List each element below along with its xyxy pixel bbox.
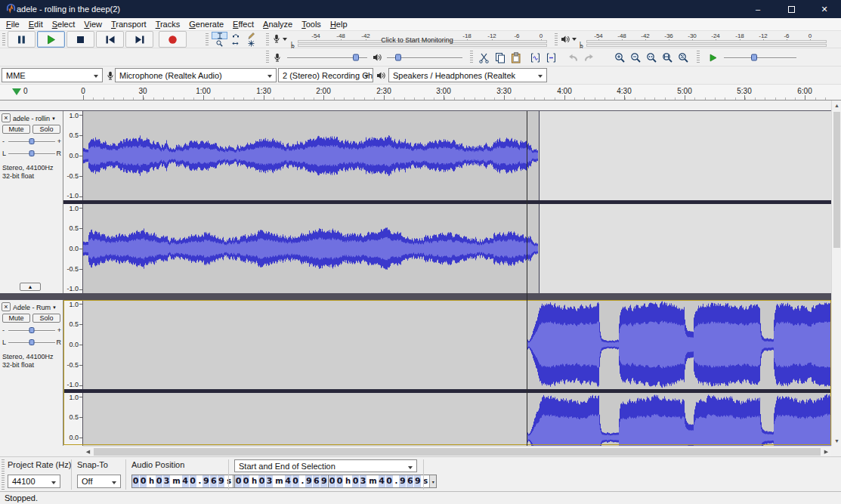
play-button[interactable] [37, 31, 65, 48]
pause-button[interactable] [8, 31, 36, 48]
selection-end-field[interactable]: 00h03m40.969s▾ [328, 475, 437, 488]
track1-title-menu[interactable]: adele - rollin ▼ [13, 114, 61, 123]
track2-gain-thumb[interactable] [29, 327, 35, 333]
track1-waveform-right[interactable] [83, 204, 538, 293]
selection-tool-button[interactable] [212, 32, 227, 39]
track2-waveform-lane[interactable] [83, 300, 831, 446]
menu-edit[interactable]: Edit [24, 19, 48, 29]
scroll-up-arrow[interactable]: ▲ [832, 100, 841, 110]
zoom-out-button[interactable] [628, 50, 643, 65]
track1-clip-left-channel[interactable] [83, 111, 540, 200]
undo-button[interactable] [565, 50, 580, 65]
vertical-scrollbar[interactable]: ▲ ▼ [831, 100, 841, 446]
track2-close-button[interactable]: × [2, 302, 11, 311]
playback-meter[interactable]: L R -54 -48 -42 -36 -30 -24 -18 -12 -6 0 [579, 32, 831, 48]
selection-start-field[interactable]: 00h03m40.969s▾ [234, 475, 343, 488]
menu-effect[interactable]: Effect [228, 19, 258, 29]
track2-mute-button[interactable]: Mute [2, 314, 30, 323]
timeline-ruler[interactable]: 0 0 30 1:00 1:30 2:00 2:30 3:00 3:30 4:0… [0, 85, 841, 100]
transport-toolbar-grip[interactable] [2, 33, 5, 46]
edit-toolbar-grip[interactable] [470, 51, 473, 64]
redo-button[interactable] [581, 50, 596, 65]
play-speed-slider[interactable] [724, 51, 796, 63]
recording-channels-select[interactable]: 2 (Stereo) Recording Cha [278, 68, 373, 82]
track2-pan-thumb[interactable] [29, 339, 35, 345]
audio-host-select[interactable]: MME [2, 68, 103, 82]
minimize-button[interactable]: – [741, 0, 775, 18]
scroll-left-arrow[interactable]: ◀ [83, 447, 93, 457]
draw-tool-button[interactable] [243, 32, 259, 39]
menu-tools[interactable]: Tools [297, 19, 326, 29]
paste-button[interactable] [508, 50, 523, 65]
track1-mute-button[interactable]: Mute [2, 125, 30, 134]
audio-position-field[interactable]: 00h03m40.969s▾ [131, 475, 240, 488]
track1-gain-thumb[interactable] [29, 138, 35, 144]
time-shift-tool-button[interactable] [227, 39, 243, 47]
track1-clip-right-channel[interactable] [83, 204, 540, 293]
vertical-scrollbar-thumb[interactable] [833, 112, 840, 248]
track2-solo-button[interactable]: Solo [32, 314, 60, 323]
scroll-down-arrow[interactable]: ▼ [832, 436, 841, 446]
playhead-pin-icon[interactable] [12, 88, 21, 100]
track2-gain-slider[interactable]: - + [2, 326, 61, 335]
zoom-in-button[interactable] [612, 50, 627, 65]
menu-select[interactable]: Select [48, 19, 80, 29]
skip-to-start-button[interactable] [96, 31, 124, 48]
recording-meter-dropdown-icon[interactable] [283, 38, 287, 41]
recording-device-select[interactable]: Microphone (Realtek Audio) [115, 68, 277, 82]
track1-pan-thumb[interactable] [29, 150, 35, 156]
recording-volume-slider[interactable] [287, 51, 367, 63]
skip-to-end-button[interactable] [125, 31, 153, 48]
playback-volume-slider[interactable] [387, 51, 462, 63]
fit-project-button[interactable] [660, 50, 675, 65]
selection-mode-select[interactable]: Start and End of Selection [234, 459, 417, 472]
multi-tool-button[interactable] [243, 39, 259, 47]
trim-audio-button[interactable] [527, 50, 543, 65]
track1-collapse-button[interactable]: ▲ [20, 283, 41, 291]
recording-meter-grip[interactable] [266, 33, 269, 46]
track2-title-menu[interactable]: Adele - Rum ▼ [13, 303, 61, 312]
fit-selection-button[interactable] [644, 50, 659, 65]
menu-generate[interactable]: Generate [184, 19, 228, 29]
monitoring-hint[interactable]: Click to Start Monitoring [368, 36, 466, 44]
playback-device-select[interactable]: Speakers / Headphones (Realtek [388, 68, 547, 82]
silence-audio-button[interactable] [543, 50, 558, 65]
menu-help[interactable]: Help [326, 19, 352, 29]
horizontal-scrollbar[interactable]: ◀ ▶ [83, 446, 831, 456]
recording-volume-slider-thumb[interactable] [353, 54, 359, 61]
menu-analyze[interactable]: Analyze [258, 19, 297, 29]
menu-view[interactable]: View [79, 19, 107, 29]
scroll-right-arrow[interactable]: ▶ [821, 447, 831, 457]
track2-pan-slider[interactable]: L R [2, 338, 61, 347]
zoom-toggle-button[interactable] [676, 50, 691, 65]
track2-vertical-ruler[interactable]: 1.0 0.5 0.0 -0.5 -1.0 1.0 0.5 0.0 [63, 300, 83, 446]
menu-transport[interactable]: Transport [107, 19, 151, 29]
track1-solo-button[interactable]: Solo [32, 125, 60, 134]
track1-gain-slider[interactable]: - + [2, 137, 61, 146]
track2-waveform-left[interactable] [527, 300, 831, 389]
cut-button[interactable] [476, 50, 491, 65]
record-button[interactable] [159, 31, 187, 48]
snap-to-select[interactable]: Off [77, 475, 121, 488]
play-speed-slider-thumb[interactable] [751, 54, 757, 61]
selection-toolbar-grip[interactable] [2, 459, 5, 490]
playback-meter-grip[interactable] [555, 33, 558, 46]
envelope-tool-button[interactable] [227, 32, 243, 39]
close-button[interactable]: ✕ [808, 0, 841, 18]
menu-file[interactable]: File [2, 19, 24, 29]
zoom-tool-button[interactable] [212, 39, 227, 47]
playback-meter-dropdown-icon[interactable] [572, 38, 577, 41]
track1-close-button[interactable]: × [2, 113, 11, 122]
track2-clip-left-channel[interactable] [527, 300, 831, 389]
playback-meter-speaker-icon[interactable] [561, 35, 570, 44]
play-at-speed-button[interactable] [704, 50, 721, 65]
track1-waveform-left[interactable] [83, 111, 538, 200]
mixer-toolbar-grip[interactable] [266, 51, 269, 64]
copy-button[interactable] [492, 50, 507, 65]
horizontal-scrollbar-thumb[interactable] [94, 448, 821, 456]
stop-button[interactable] [66, 31, 94, 48]
tools-toolbar-grip[interactable] [206, 33, 209, 46]
track2-control-panel[interactable]: × Adele - Rum ▼ Mute Solo - + L R Stereo… [0, 300, 63, 446]
menu-tracks[interactable]: Tracks [151, 19, 185, 29]
track1-control-panel[interactable]: × adele - rollin ▼ Mute Solo - + L R Ste… [0, 111, 63, 293]
